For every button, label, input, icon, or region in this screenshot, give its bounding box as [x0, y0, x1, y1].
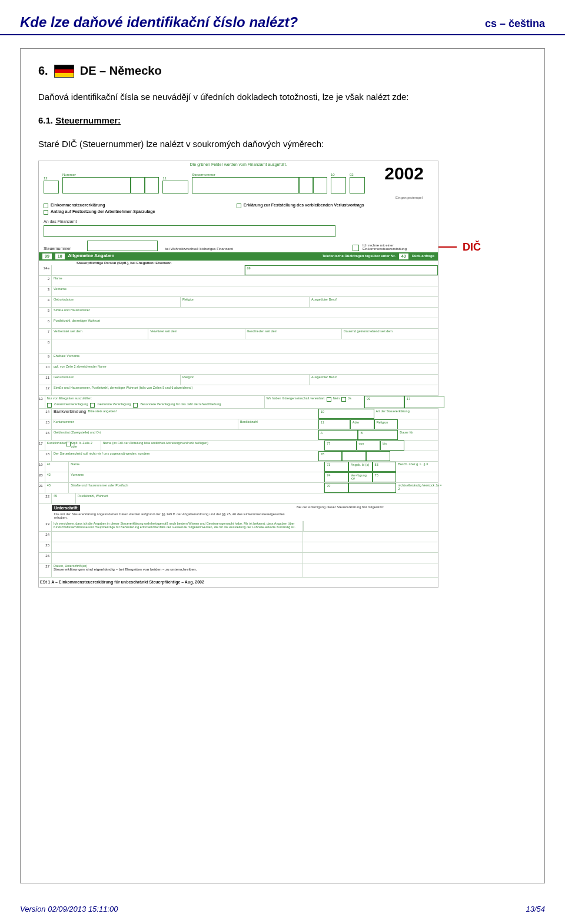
- r7-c: Geschieden seit dem: [247, 329, 278, 333]
- topbar-n11: 11: [162, 176, 188, 181]
- section-heading: 6. DE – Německo: [38, 64, 527, 78]
- topbar-box-steuer: [192, 177, 299, 194]
- rn-2: 2: [39, 276, 52, 286]
- rb-74: 74: [327, 473, 330, 477]
- rn-12: 12: [39, 385, 52, 395]
- topbar-n10: 10: [331, 173, 346, 177]
- bar-title: Allgemeine Angaben: [68, 253, 115, 259]
- rn-27: 27: [39, 563, 52, 577]
- rb-83: 83: [375, 463, 378, 466]
- topbar-lbl-steuer: Steuernummer: [192, 173, 327, 177]
- checkbox-icon: [133, 403, 138, 408]
- subsection-number: 6.1.: [38, 115, 53, 125]
- topbar-box-02: [350, 177, 365, 194]
- bar-n10: 10: [55, 253, 65, 259]
- content-frame: 6. DE – Německo Daňová identifikační čís…: [20, 48, 545, 883]
- rn-9: 9: [39, 353, 52, 363]
- rb-angeb: Angeb. bl (o): [351, 463, 370, 466]
- rn-8: 8: [39, 339, 52, 353]
- steuernummer-right-note: Ich rechne mit einer Einkommensteuererst…: [363, 243, 433, 251]
- form-year: 2002: [384, 164, 424, 183]
- rn-5: 5: [39, 308, 52, 318]
- r21-n: 43: [47, 483, 51, 487]
- rn-18: 18: [39, 451, 52, 461]
- r19-lbl: Name: [71, 462, 79, 466]
- r11-b: Religion: [182, 375, 194, 379]
- finanzamt-block: An das Finanzamt: [39, 219, 438, 239]
- rn-15: 15: [39, 419, 52, 429]
- topbar-n02: 02: [350, 173, 365, 177]
- form-top-note: Die grünen Felder werden vom Finanzamt a…: [39, 161, 438, 168]
- r19-n: 41: [47, 462, 51, 466]
- r13-n1: 99: [367, 397, 370, 401]
- rb-b: B: [360, 431, 363, 435]
- rn-26: 26: [39, 553, 52, 563]
- checkbox-icon: [90, 403, 95, 408]
- subsection-heading: 6.1. Steuernummer:: [38, 114, 527, 127]
- topbar-box-10: [331, 177, 346, 194]
- r9-lbl: Ehefrau: Vorname: [54, 354, 79, 358]
- steuernummer-label: Steuernummer: [44, 246, 84, 251]
- r22-n: 45: [54, 494, 57, 498]
- r18-lbl: Der Steuerbescheid soll nicht mir / uns …: [54, 452, 150, 455]
- page-footer: Version 02/09/2013 15:11:00 13/54: [20, 905, 545, 913]
- r13-b: Zusammenveranlagung: [54, 402, 88, 406]
- r4-c: Ausgeübter Beruf: [311, 298, 337, 301]
- rb-75: 75: [375, 473, 378, 477]
- checkbox-icon: [327, 397, 331, 402]
- finanzamt-label: An das Finanzamt: [44, 219, 238, 224]
- rn-25: 25: [39, 542, 52, 552]
- rb-von: von: [359, 442, 364, 445]
- bar-rueck: Rück-anfrage: [412, 254, 434, 258]
- topbar-n12: 12: [44, 176, 59, 181]
- rn-7: 7: [39, 329, 52, 339]
- rn-22: 22: [39, 493, 52, 503]
- r15-a: Kontonummer: [54, 420, 74, 423]
- rb-78: 78: [321, 452, 324, 456]
- r22-lbl: Postleitzahl, Wohnort: [78, 494, 108, 498]
- header-title: Kde lze daňové identifikační číslo naléz…: [20, 14, 298, 31]
- checkbox-icon: [237, 204, 241, 208]
- r10-lbl: ggf. von Zeile 2 abweichender Name: [54, 365, 107, 368]
- rb-77: 77: [327, 442, 330, 445]
- rn-34e: 34e: [39, 265, 52, 275]
- signature-bar: Unterschrift: [52, 505, 80, 511]
- subsection-title: Steuernummer:: [55, 115, 121, 125]
- topbar-lbl-nummer: Nummer: [62, 173, 159, 177]
- rb-11: 11: [321, 421, 324, 424]
- rb-ver: Ver-fügung KV: [351, 473, 370, 481]
- subsection-desc: Staré DIČ (Steuernummer) lze nalézt v so…: [38, 138, 527, 151]
- topbar-box-div1: [131, 177, 145, 194]
- r6-lbl: Postleitzahl, derzeitiger Wohnort: [54, 319, 100, 322]
- steuernummer-note: bei Wohnsitzwechsel: bisheriges Finanzam…: [165, 247, 233, 251]
- section-country: DE – Německo: [80, 64, 162, 78]
- section-99-bar: 99 10 Allgemeine Angaben Telefonische Rü…: [39, 252, 438, 261]
- r21-lbl: Straße und Hausnummer oder Postfach: [71, 483, 128, 487]
- checkbox-icon: [44, 210, 48, 215]
- checkbox-icon: [353, 245, 359, 251]
- rb-a: A: [321, 431, 323, 435]
- rn-13: 13: [39, 396, 45, 408]
- rn-6: 6: [39, 318, 52, 328]
- topbar-box-div4: [313, 177, 327, 194]
- decl-2: Antrag auf Festsetzung der Arbeitnehmer-…: [51, 209, 155, 214]
- rn-20: 20: [39, 472, 45, 482]
- r13-g: Ja: [348, 396, 351, 400]
- r16-lbl: Geldinstitut (Zweigstelle) und Ort: [54, 431, 101, 434]
- declaration-block: Einkommensteuererklärung Antrag auf Fest…: [39, 199, 438, 219]
- r20-lbl: Vorname: [71, 473, 84, 476]
- rn-21: 21: [39, 483, 45, 493]
- rn-10: 10: [39, 364, 52, 374]
- r11-a: Geburtsdatum: [54, 375, 74, 379]
- stamp-label: Eingangsstempel: [39, 196, 438, 200]
- page-header: Kde lze daňové identifikační číslo naléz…: [0, 0, 565, 35]
- steuernummer-row: Steuernummer bei Wohnsitzwechsel: bisher…: [39, 239, 438, 252]
- r4-b: Religion: [182, 298, 194, 301]
- form-grid: 34e69 2Name 3Vorname 4 Geburtsdatum Reli…: [39, 265, 438, 578]
- topbar-box-nummer: [62, 177, 131, 194]
- rn-19: 19: [39, 462, 45, 472]
- topbar-box-12: [44, 181, 59, 194]
- sig-right-label: Bei der Anfertigung dieser Steuererkläru…: [297, 505, 433, 509]
- rb-bis: bis: [383, 442, 387, 445]
- r5-lbl: Straße und Hausnummer: [54, 308, 90, 312]
